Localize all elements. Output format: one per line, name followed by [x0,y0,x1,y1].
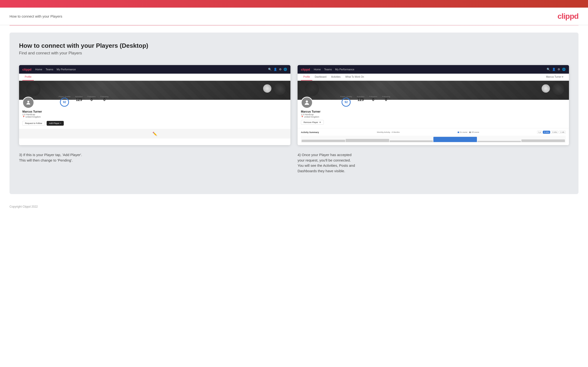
activities-label-1: Activities [75,95,83,98]
app-nav-icons-2: 🔍 👤 ⚙ 🌐 [547,68,566,71]
chart-bar-1 [302,140,345,142]
followers-value-1: 0 [87,98,96,102]
following-label-1: Following [100,95,108,98]
caption-2-text: 4) Once your Player has acceptedyour req… [298,153,355,173]
tab-user-dropdown-2[interactable]: Marcus Turner ▾ [544,74,566,81]
profile-info-1: Marcus Turner 1-5 Handicap 📍 United King… [22,110,42,118]
stat-activities-2: Activities 129 [357,95,364,107]
app-nav-icons-1: 🔍 👤 ⚙ 🌐 [268,68,287,71]
following-label-2: Following [382,95,390,98]
quality-circle-1: 92 [60,98,69,107]
svg-point-1 [306,100,308,103]
profile-stats-2: Player Quality 92 Activities 129 Followe… [340,95,390,107]
settings-icon-2[interactable]: ⚙ [558,68,560,71]
settings-icon-1[interactable]: ⚙ [279,68,282,71]
chart-bar-6 [521,139,565,142]
page-subtitle: Find and connect with your Players [19,51,569,56]
page-title: How to connect with your Players (Deskto… [19,42,569,50]
nav-my-performance-1[interactable]: My Performance [57,68,76,71]
profile-name-1: Marcus Turner [22,110,42,113]
offcourse-dot [469,132,471,133]
banner-tree-left-2 [305,82,319,96]
nav-teams-2[interactable]: Teams [324,68,332,71]
breadcrumb: How to connect with your Players [9,14,62,18]
time-buttons-2: 1 yr 6 mths 3 mths 1 mth [537,131,566,134]
request-to-follow-button[interactable]: Request to Follow [22,121,45,126]
quality-label-1: Player Quality [59,95,70,98]
profile-section-2: Marcus Turner 1-5 Handicap 📍 United King… [298,100,569,128]
globe-icon-1[interactable]: 🌐 [284,68,287,71]
stat-activities-1: Activities 129 [75,95,83,107]
main-content: How to connect with your Players (Deskto… [9,33,579,194]
svg-point-0 [27,101,29,103]
nav-teams-1[interactable]: Teams [46,68,53,71]
globe-icon-2[interactable]: 🌐 [562,68,566,71]
banner-tree-right-1 [274,83,286,95]
quality-circle-2: 92 [342,98,351,107]
followers-label-1: Followers [87,95,96,98]
app-tabs-1: Profile [19,74,290,81]
time-1yr-button[interactable]: 1 yr [537,131,542,134]
profile-handicap-2: 1-5 Handicap [301,113,324,116]
profile-buttons-1: Request to Follow Add Player + [22,121,287,126]
stat-quality-1: Player Quality 92 [59,95,70,107]
profile-info-2: Marcus Turner 1-5 Handicap 📍 United King… [301,110,324,118]
screenshot-2: clippd Home Teams My Performance 🔍 👤 ⚙ 🌐… [298,65,569,145]
tab-profile-1[interactable]: Profile [22,74,34,81]
stat-followers-2: Followers 0 [369,95,377,107]
nav-home-1[interactable]: Home [35,68,42,71]
avatar-1 [22,97,34,108]
app-logo-2: clippd [301,68,310,71]
tab-activities-2[interactable]: Activities [329,74,343,81]
nav-home-2[interactable]: Home [314,68,321,71]
tab-profile-2[interactable]: Profile [301,74,312,81]
screenshot-footer-1: ✏️ [19,129,290,139]
profile-handicap-1: 1-5 Handicap [22,113,42,116]
nav-my-performance-2[interactable]: My Performance [335,68,355,71]
search-icon-2[interactable]: 🔍 [547,68,550,71]
time-1mth-button[interactable]: 1 mth [559,131,566,134]
oncourse-dot [458,132,459,133]
legend-offcourse-2: Off course [469,131,479,133]
user-icon-1[interactable]: 👤 [274,68,277,71]
time-3mths-button[interactable]: 3 mths [551,131,558,134]
edit-icon-1: ✏️ [153,132,157,136]
search-icon-1[interactable]: 🔍 [268,68,272,71]
avatar-2 [301,97,313,108]
activities-value-1: 129 [75,98,83,102]
profile-location-1: 📍 United Kingdom [22,116,42,118]
caption-2: 4) Once your Player has acceptedyour req… [298,152,569,174]
footer: Copyright Clippd 2022 [0,201,588,212]
quality-label-2: Player Quality [340,95,352,98]
screenshot-1: clippd Home Teams My Performance 🔍 👤 ⚙ 🌐… [19,65,290,145]
user-icon-2[interactable]: 👤 [552,68,556,71]
tab-what-to-work-on-2[interactable]: What To Work On [343,74,367,81]
following-value-2: 0 [382,98,390,102]
app-nav-items-1: Home Teams My Performance [35,68,264,71]
app-tabs-2: Profile Dashboard Activities What To Wor… [298,74,569,81]
activities-value-2: 129 [357,98,364,102]
copyright-text: Copyright Clippd 2022 [9,205,38,208]
caption-1-text: 3) If this is your Player tap, 'Add Play… [19,153,82,162]
add-player-button[interactable]: Add Player + [47,121,64,126]
app-nav-items-2: Home Teams My Performance [314,68,543,71]
stat-following-2: Following 0 [382,95,390,107]
activities-label-2: Activities [357,95,364,98]
stat-following-1: Following 0 [100,95,108,107]
activity-summary-2: Activity Summary Monthly Activity - 6 Mo… [298,128,569,145]
chart-bar-4 [433,137,477,142]
profile-stats-1: Player Quality 92 Activities 129 Followe… [59,95,108,107]
chart-bar-5 [477,141,521,142]
profile-location-2: 📍 United Kingdom [301,116,324,118]
header-divider [9,25,579,25]
logo: clippd [558,12,579,21]
top-bar [0,0,588,8]
location-pin-icon-2: 📍 [301,116,303,118]
tab-dashboard-2[interactable]: Dashboard [312,74,329,81]
activity-title-2: Activity Summary [301,131,319,133]
chart-bar-2 [346,139,389,142]
time-6mths-button[interactable]: 6 mths [543,131,550,134]
remove-player-button[interactable]: Remove Player ✕ [301,120,324,125]
stat-quality-2: Player Quality 92 [340,95,352,107]
stat-followers-1: Followers 0 [87,95,96,107]
